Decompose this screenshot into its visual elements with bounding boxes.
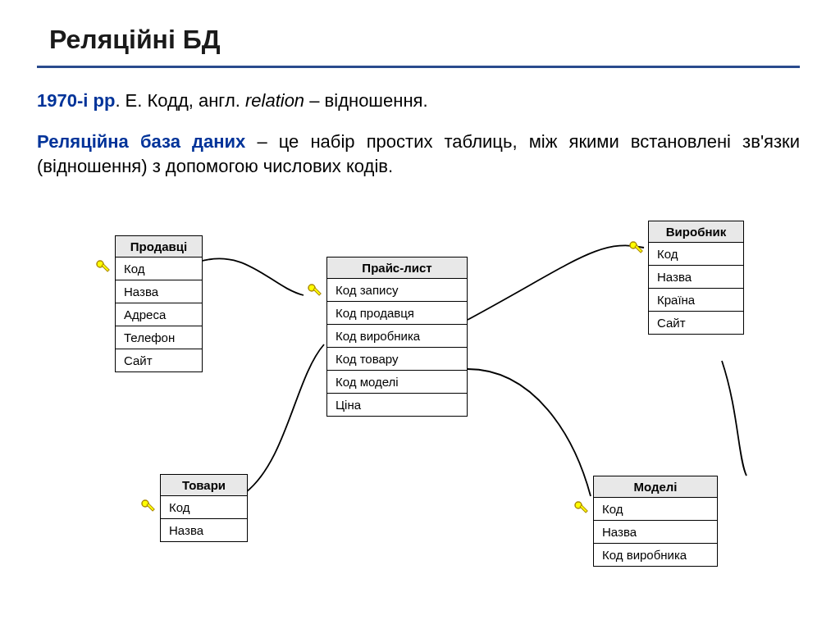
svg-rect-5: [313, 288, 321, 295]
key-icon: [95, 259, 112, 276]
table-pricelist-field: Код запису: [327, 279, 467, 302]
table-pricelist: Прайс-лист Код запису Код продавця Код в…: [326, 257, 468, 417]
table-manufacturer-field: Сайт: [649, 312, 743, 334]
svg-rect-7: [147, 504, 154, 511]
intro-line-2: Реляційна база даних – це набір простих …: [37, 130, 800, 178]
page-title: Реляційні БД: [49, 25, 220, 55]
table-manufacturer-field: Назва: [649, 266, 743, 289]
table-sellers: Продавці Код Назва Адреса Телефон Сайт: [115, 235, 203, 372]
table-models-field: Код: [594, 498, 717, 521]
svg-rect-9: [580, 505, 587, 513]
intro-italic: relation: [245, 90, 304, 111]
table-sellers-field: Телефон: [116, 326, 202, 349]
key-icon: [628, 240, 645, 257]
table-manufacturer-field: Країна: [649, 289, 743, 312]
table-models-header: Моделі: [594, 476, 717, 498]
intro-text-b: – відношення.: [304, 90, 427, 111]
table-models-field: Назва: [594, 521, 717, 544]
intro-year: 1970-і рр: [37, 90, 115, 111]
title-underline: [37, 66, 800, 68]
table-models-field: Код виробника: [594, 544, 717, 566]
table-sellers-field: Сайт: [116, 349, 202, 371]
table-manufacturer-field: Код: [649, 243, 743, 266]
intro-highlight: Реляційна база даних: [37, 131, 245, 152]
svg-rect-1: [102, 264, 109, 271]
table-pricelist-field: Ціна: [327, 394, 467, 416]
table-manufacturer: Виробник Код Назва Країна Сайт: [648, 221, 744, 335]
key-icon: [307, 283, 323, 299]
key-icon: [573, 500, 590, 517]
table-goods-field: Код: [161, 496, 247, 519]
table-sellers-header: Продавці: [116, 236, 202, 258]
table-manufacturer-header: Виробник: [649, 221, 743, 243]
key-icon: [140, 499, 157, 515]
table-pricelist-field: Код моделі: [327, 371, 467, 394]
table-sellers-field: Назва: [116, 280, 202, 303]
table-goods: Товари Код Назва: [160, 474, 248, 542]
table-sellers-field: Код: [116, 258, 202, 280]
svg-rect-3: [635, 245, 642, 253]
table-goods-field: Назва: [161, 519, 247, 541]
intro-line-1: 1970-і рр. Е. Кодд, англ. relation – від…: [37, 90, 428, 112]
table-models: Моделі Код Назва Код виробника: [593, 476, 718, 567]
table-pricelist-field: Код товару: [327, 348, 467, 371]
table-pricelist-field: Код виробника: [327, 325, 467, 348]
intro-text-a: . Е. Кодд, англ.: [115, 90, 245, 111]
table-goods-header: Товари: [161, 475, 247, 496]
table-sellers-field: Адреса: [116, 303, 202, 326]
table-pricelist-field: Код продавця: [327, 302, 467, 325]
table-pricelist-header: Прайс-лист: [327, 258, 467, 279]
